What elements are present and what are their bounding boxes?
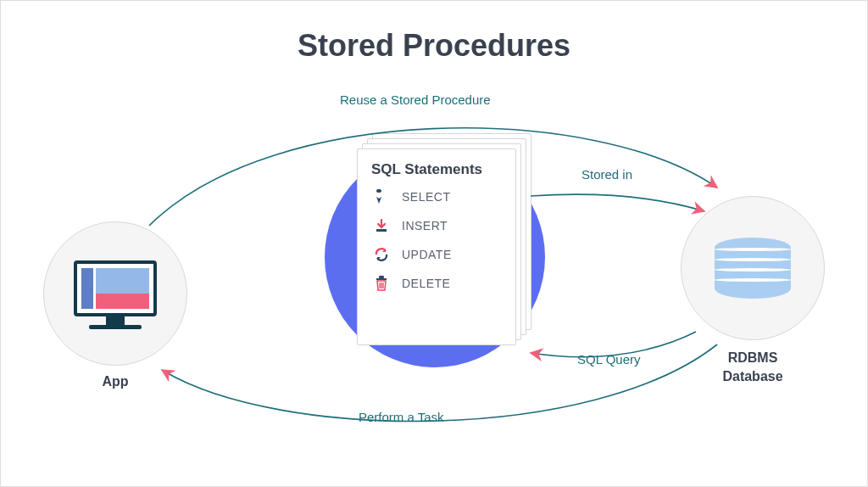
sql-card-stack: SQL Statements SELECT INSERT UPDATE DELE… xyxy=(357,133,526,335)
pointer-icon xyxy=(373,188,390,205)
stmt-insert: INSERT xyxy=(373,217,502,234)
download-icon xyxy=(373,217,390,234)
stmt-label: UPDATE xyxy=(402,248,452,261)
app-node xyxy=(43,221,187,366)
monitor-icon xyxy=(74,260,157,327)
label-reuse: Reuse a Stored Procedure xyxy=(340,92,491,107)
stmt-update: UPDATE xyxy=(373,246,502,263)
svg-rect-2 xyxy=(376,278,387,280)
db-node xyxy=(681,196,825,340)
stmt-delete: DELETE xyxy=(373,275,502,292)
label-perform-task: Perform a Task xyxy=(359,410,444,424)
trash-icon xyxy=(373,275,390,292)
svg-rect-3 xyxy=(379,276,384,278)
stmt-label: SELECT xyxy=(402,190,450,204)
svg-rect-0 xyxy=(376,189,381,193)
db-label: RDBMS Database xyxy=(681,349,825,385)
stmt-select: SELECT xyxy=(373,188,502,205)
card-title: SQL Statements xyxy=(371,161,502,178)
label-sql-query: SQL Query xyxy=(577,352,640,367)
stmt-label: INSERT xyxy=(402,219,448,232)
page-title: Stored Procedures xyxy=(1,28,867,64)
svg-rect-1 xyxy=(376,229,387,232)
app-label: App xyxy=(43,374,187,389)
arrow-stored-in xyxy=(531,194,704,211)
label-stored-in: Stored in xyxy=(581,167,632,182)
db-label-line1: RDBMS xyxy=(728,350,778,365)
sql-card: SQL Statements SELECT INSERT UPDATE DELE… xyxy=(357,148,516,345)
db-label-line2: Database xyxy=(722,369,782,383)
database-icon xyxy=(715,238,791,299)
cycle-icon xyxy=(373,246,390,263)
stmt-label: DELETE xyxy=(402,277,450,290)
